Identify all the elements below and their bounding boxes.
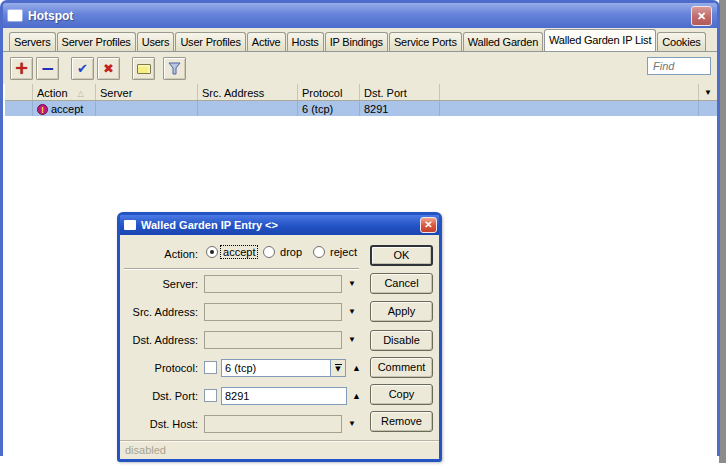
column-select-dropdown[interactable]: ▼ (699, 84, 717, 100)
dst-port-checkbox[interactable] (204, 389, 217, 402)
dialog-icon (124, 220, 136, 230)
src-address-dropdown-icon[interactable]: ▼ (348, 303, 356, 316)
dialog-body: Action: accept drop reject Server: (120, 235, 439, 440)
walled-garden-ip-entry-dialog: Walled Garden IP Entry <> ✕ Action: acce… (117, 212, 442, 462)
tab-users[interactable]: Users (137, 32, 175, 51)
dialog-titlebar[interactable]: Walled Garden IP Entry <> ✕ (120, 215, 439, 235)
desktop-background (719, 0, 726, 463)
action-label: Action: (120, 245, 198, 260)
tab-cookies[interactable]: Cookies (657, 32, 705, 51)
cell-filler (440, 101, 699, 116)
server-combo[interactable] (204, 275, 342, 293)
column-protocol[interactable]: Protocol (298, 84, 360, 100)
cross-icon: ✖ (103, 61, 114, 76)
column-action[interactable]: Action △ (33, 84, 96, 100)
minus-icon: − (40, 61, 54, 76)
sort-ascending-icon: △ (78, 89, 84, 98)
dst-host-dropdown-icon[interactable]: ▼ (348, 415, 356, 428)
table-row[interactable]: ! accept 6 (tcp) 8291 (5, 101, 717, 116)
close-icon[interactable]: ✕ (691, 6, 712, 26)
tab-hosts[interactable]: Hosts (287, 32, 324, 51)
cell-src-address (198, 101, 298, 116)
tab-service-ports[interactable]: Service Ports (389, 32, 462, 51)
tab-walled-garden-ip-list[interactable]: Walled Garden IP List (544, 29, 656, 52)
tab-active[interactable]: Active (247, 32, 286, 51)
filter-funnel-icon (168, 62, 181, 75)
dst-port-collapse-icon[interactable]: ▲ (352, 387, 361, 401)
radio-reject[interactable] (313, 246, 325, 258)
comment-entry-button[interactable]: Comment (370, 357, 433, 378)
column-server[interactable]: Server (96, 84, 198, 100)
ok-button[interactable]: OK (370, 245, 433, 266)
radio-drop-label[interactable]: drop (278, 246, 304, 258)
window-title: Hotspot (28, 9, 685, 23)
dst-host-combo[interactable] (204, 415, 342, 433)
dialog-title: Walled Garden IP Entry <> (141, 219, 415, 231)
protocol-dropdown-button[interactable]: ▼ (330, 359, 346, 377)
disable-button[interactable]: ✖ (97, 57, 120, 80)
tab-servers[interactable]: Servers (9, 32, 56, 51)
column-dst-port[interactable]: Dst. Port (360, 84, 440, 100)
separator (124, 268, 359, 270)
tab-user-profiles[interactable]: User Profiles (175, 32, 245, 51)
tab-ip-bindings[interactable]: IP Bindings (325, 32, 388, 51)
apply-button[interactable]: Apply (370, 301, 433, 322)
disabled-entry-icon: ! (37, 104, 48, 115)
window-icon (8, 10, 22, 21)
dropdown-icon: ▼ (335, 366, 340, 372)
radio-drop[interactable] (263, 246, 275, 258)
tab-strip: Servers Server Profiles Users User Profi… (3, 28, 717, 52)
src-address-label: Src. Address: (120, 303, 198, 318)
filter-button[interactable] (163, 57, 186, 80)
protocol-checkbox[interactable] (204, 361, 217, 374)
comment-note-icon (137, 64, 151, 74)
chevron-down-icon: ▼ (704, 88, 712, 97)
cell-protocol: 6 (tcp) (298, 101, 360, 116)
check-icon: ✔ (77, 61, 88, 76)
table-header-row: Action △ Server Src. Address Protocol Ds… (5, 84, 717, 101)
protocol-input[interactable] (221, 359, 331, 377)
enable-button[interactable]: ✔ (71, 57, 94, 80)
cell-action: ! accept (33, 101, 96, 116)
protocol-label: Protocol: (120, 359, 198, 374)
copy-button[interactable]: Copy (370, 384, 433, 405)
plus-icon: + (14, 60, 28, 77)
server-dropdown-icon[interactable]: ▼ (348, 275, 356, 288)
cancel-button[interactable]: Cancel (370, 273, 433, 294)
src-address-combo[interactable] (204, 303, 342, 321)
disable-entry-button[interactable]: Disable (370, 330, 433, 351)
tab-walled-garden[interactable]: Walled Garden (463, 32, 543, 51)
comment-button[interactable] (132, 57, 155, 80)
dst-address-combo[interactable] (204, 331, 342, 349)
column-src-address[interactable]: Src. Address (198, 84, 298, 100)
dialog-close-icon[interactable]: ✕ (420, 217, 437, 233)
tab-server-profiles[interactable]: Server Profiles (57, 32, 136, 51)
window-titlebar[interactable]: Hotspot ✕ (3, 3, 717, 28)
toolbar: + − ✔ ✖ (3, 52, 717, 84)
dst-port-input[interactable] (221, 387, 347, 405)
find-input[interactable] (647, 57, 711, 75)
cell-dst-port: 8291 (360, 101, 440, 116)
status-bar: disabled (120, 440, 439, 459)
column-filler (440, 84, 699, 100)
dst-address-dropdown-icon[interactable]: ▼ (348, 331, 356, 344)
cell-server (96, 101, 198, 116)
dst-address-label: Dst. Address: (120, 331, 198, 346)
cell-flags (5, 101, 33, 116)
add-button[interactable]: + (10, 57, 33, 80)
remove-button[interactable]: Remove (370, 411, 433, 432)
dst-host-label: Dst. Host: (120, 415, 198, 430)
radio-accept[interactable] (206, 246, 218, 258)
screen: Hotspot ✕ Servers Server Profiles Users … (0, 0, 726, 470)
radio-accept-label[interactable]: accept (221, 246, 257, 258)
dst-port-label: Dst. Port: (120, 387, 198, 402)
radio-reject-label[interactable]: reject (328, 246, 359, 258)
protocol-collapse-icon[interactable]: ▲ (352, 359, 361, 373)
column-flags[interactable] (5, 84, 33, 100)
remove-button[interactable]: − (36, 57, 59, 80)
server-label: Server: (120, 275, 198, 290)
